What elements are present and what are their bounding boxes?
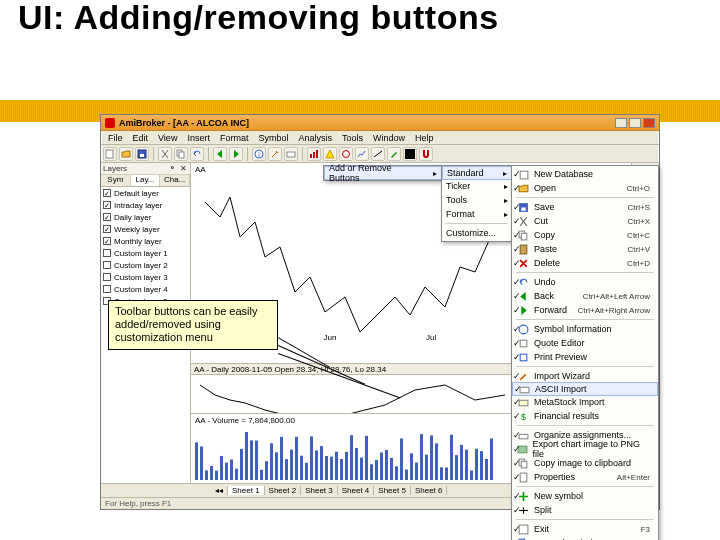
command-label: Print Preview [534, 352, 587, 362]
alert-button[interactable] [323, 147, 337, 161]
minimize-button[interactable] [615, 118, 627, 128]
command-item[interactable]: ✓MetaStock Import [512, 395, 658, 409]
command-item[interactable]: ✓ForwardCtrl+Alt+Right Arrow [512, 303, 658, 317]
command-label: Open [534, 183, 556, 193]
command-item[interactable]: ✓Symbol Information [512, 322, 658, 336]
commands-menu[interactable]: ✓New Database✓OpenCtrl+O✓SaveCtrl+S✓CutC… [511, 165, 659, 540]
submenu-item[interactable]: Tools▸ [442, 193, 512, 207]
tab-symbols[interactable]: Sym [101, 175, 131, 186]
command-item[interactable]: ✓Quote Editor [512, 336, 658, 350]
menu-window[interactable]: Window [370, 133, 408, 143]
menu-format[interactable]: Format [217, 133, 252, 143]
command-item[interactable]: ✓Import Wizard [512, 369, 658, 383]
layer-row[interactable]: Daily layer [101, 211, 190, 223]
submenu-item[interactable]: Format▸ [442, 207, 512, 221]
menu-help[interactable]: Help [412, 133, 437, 143]
menu-insert[interactable]: Insert [184, 133, 213, 143]
wizard-button[interactable] [268, 147, 282, 161]
ascii-button[interactable] [284, 147, 298, 161]
svg-rect-54 [400, 439, 403, 480]
color-button[interactable] [403, 147, 417, 161]
layer-row[interactable]: Monthly layer [101, 235, 190, 247]
layer-row[interactable]: Custom layer 4 [101, 283, 190, 295]
submenu-item[interactable]: Standard▸ [442, 166, 512, 180]
maximize-button[interactable] [629, 118, 641, 128]
layer-checkbox[interactable] [103, 285, 111, 293]
command-item[interactable]: ✓ASCII Import [512, 382, 658, 396]
command-item[interactable]: ✓Print Preview [512, 350, 658, 364]
command-item[interactable]: ✓Split [512, 503, 658, 517]
layer-checkbox[interactable] [103, 201, 111, 209]
toolbar-picker-menu[interactable]: Standard▸Ticker▸Tools▸Format▸Customize..… [441, 165, 513, 242]
svg-rect-29 [275, 452, 278, 480]
line-button[interactable] [371, 147, 385, 161]
command-item[interactable]: ✓CopyCtrl+C [512, 228, 658, 242]
layer-checkbox[interactable] [103, 273, 111, 281]
layer-row[interactable]: Custom layer 1 [101, 247, 190, 259]
layer-checkbox[interactable] [103, 249, 111, 257]
sheet-tab[interactable]: Sheet 6 [411, 486, 448, 495]
command-item[interactable]: ✓New symbol [512, 489, 658, 503]
command-item[interactable]: ✓$Financial results [512, 409, 658, 423]
layer-checkbox[interactable] [103, 261, 111, 269]
new-button[interactable] [103, 147, 117, 161]
info-button[interactable]: i [252, 147, 266, 161]
submenu-item[interactable]: Ticker▸ [442, 179, 512, 193]
save-button[interactable] [135, 147, 149, 161]
analysis-button[interactable] [307, 147, 321, 161]
command-item[interactable]: ✓DeleteCtrl+D [512, 256, 658, 270]
layer-row[interactable]: Weekly layer [101, 223, 190, 235]
sheet-nav-prev[interactable]: ◂◂ [211, 486, 228, 495]
command-item[interactable]: ✓Copy image to clipboard [512, 456, 658, 470]
command-item[interactable]: ✓OpenCtrl+O [512, 181, 658, 195]
slide-title: UI: Adding/removing buttons [18, 0, 499, 36]
command-item[interactable]: ✓CutCtrl+X [512, 214, 658, 228]
sheet-tab[interactable]: Sheet 2 [265, 486, 302, 495]
pen-button[interactable] [387, 147, 401, 161]
layer-row[interactable]: Custom layer 2 [101, 259, 190, 271]
copy-button[interactable] [174, 147, 188, 161]
forward-button[interactable] [229, 147, 243, 161]
command-item[interactable]: ✓ExitF3 [512, 522, 658, 536]
sheet-tab[interactable]: Sheet 5 [374, 486, 411, 495]
layer-checkbox[interactable] [103, 225, 111, 233]
tab-layers[interactable]: Lay... [131, 175, 161, 186]
menu-symbol[interactable]: Symbol [255, 133, 291, 143]
command-item[interactable]: ✓Export chart image to PNG file [512, 442, 658, 456]
submenu-item[interactable]: Customize... [442, 226, 512, 240]
layer-row[interactable]: Custom layer 3 [101, 271, 190, 283]
command-item[interactable]: ✓Cascade Windows [512, 536, 658, 540]
menu-edit[interactable]: Edit [130, 133, 152, 143]
sheet-tab[interactable]: Sheet 1 [228, 486, 265, 495]
layer-checkbox[interactable] [103, 237, 111, 245]
magnet-button[interactable] [419, 147, 433, 161]
svg-rect-2 [140, 154, 144, 157]
chart-button[interactable] [355, 147, 369, 161]
sheet-tab[interactable]: Sheet 3 [301, 486, 338, 495]
menu-analysis[interactable]: Analysis [295, 133, 335, 143]
panel-controls[interactable]: ⚬ ✕ [169, 164, 188, 173]
layer-row[interactable]: Intraday layer [101, 199, 190, 211]
open-button[interactable] [119, 147, 133, 161]
command-item[interactable]: ✓BackCtrl+Alt+Left Arrow [512, 289, 658, 303]
layer-checkbox[interactable] [103, 213, 111, 221]
command-item[interactable]: ✓New Database [512, 167, 658, 181]
cut-button[interactable] [158, 147, 172, 161]
tab-charts[interactable]: Cha... [160, 175, 190, 186]
close-button[interactable] [643, 118, 655, 128]
layer-row[interactable]: Default layer [101, 187, 190, 199]
command-item[interactable]: ✓Undo [512, 275, 658, 289]
command-item[interactable]: ✓PasteCtrl+V [512, 242, 658, 256]
add-remove-menu[interactable]: Add or Remove Buttons▸ [323, 165, 443, 181]
command-item[interactable]: ✓PropertiesAlt+Enter [512, 470, 658, 484]
menu-view[interactable]: View [155, 133, 180, 143]
menu-tools[interactable]: Tools [339, 133, 366, 143]
sheet-tab[interactable]: Sheet 4 [338, 486, 375, 495]
command-item[interactable]: ✓SaveCtrl+S [512, 200, 658, 214]
undo-button[interactable] [190, 147, 204, 161]
layer-checkbox[interactable] [103, 189, 111, 197]
back-button[interactable] [213, 147, 227, 161]
check-icon: ✓ [511, 291, 523, 301]
circle-button[interactable] [339, 147, 353, 161]
menu-file[interactable]: File [105, 133, 126, 143]
